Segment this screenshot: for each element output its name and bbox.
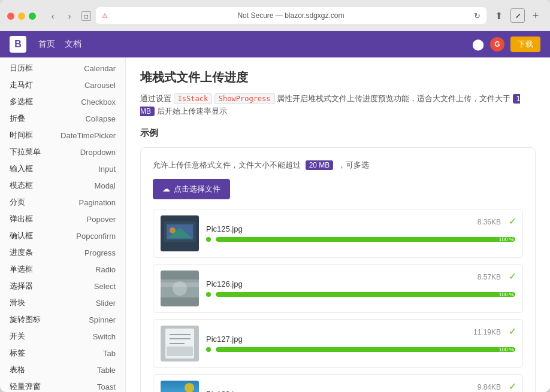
file-size: 11.19KB xyxy=(473,328,501,336)
sidebar-item-select[interactable]: 选择器 Select xyxy=(0,278,125,294)
share-button[interactable]: ⬆ xyxy=(490,7,507,24)
section-title: 示例 xyxy=(140,127,536,139)
sidebar-item-tab[interactable]: 标签 Tab xyxy=(0,345,125,361)
sidebar-item-pagination[interactable]: 分页 Pagination xyxy=(0,194,125,211)
app-body: 日历框 Calendar 走马灯 Carousel 多选框 Checkbox 折… xyxy=(0,57,550,392)
sidebar-item-input[interactable]: 输入框 Input xyxy=(0,160,125,177)
file-size: 8.36KB xyxy=(478,218,501,226)
minimize-button[interactable] xyxy=(18,13,25,20)
close-button[interactable] xyxy=(7,13,14,20)
forward-button[interactable]: › xyxy=(62,9,77,23)
fullscreen-button[interactable]: ⤢ xyxy=(510,8,525,23)
browser-chrome: ‹ › □ ⚠ Not Secure — blazor.sdgxgz.com ↻… xyxy=(0,0,550,31)
progress-dot xyxy=(206,347,211,352)
progress-label: 100 % xyxy=(498,292,514,297)
file-thumbnail xyxy=(161,326,199,361)
sidebar-item-spinner[interactable]: 旋转图标 Spinner xyxy=(0,311,125,328)
check-icon: ✓ xyxy=(509,381,516,392)
sidebar-item-toast[interactable]: 轻量弹窗 Toast xyxy=(0,378,125,392)
refresh-icon: ↻ xyxy=(474,11,481,20)
sidebar-item-datetimepicker[interactable]: 时间框 DateTimePicker xyxy=(0,127,125,144)
download-button[interactable]: 下载 xyxy=(510,37,540,52)
file-name: Pic128.jpg xyxy=(206,390,515,392)
app-layout: B 首页 文档 ⬤ G 下载 日历框 Calendar 走马灯 xyxy=(0,31,550,392)
check-icon: ✓ xyxy=(509,326,516,337)
demo-hint: 允许上传任意格式文件，文件大小不能超过 20 MB ，可多选 xyxy=(153,160,523,171)
sidebar-item-popover[interactable]: 弹出框 Popover xyxy=(0,211,125,227)
description: 通过设置 IsStack ShowProgress 属性开启堆栈式文件上传进度预… xyxy=(140,93,536,118)
progress-bar-bg: 100 % xyxy=(216,237,515,242)
file-item: Pic128.jpg 100 % 9.84KB xyxy=(153,374,523,392)
file-thumbnail xyxy=(161,271,199,306)
file-progress-row: 100 % xyxy=(206,237,515,242)
github-icon[interactable]: ⬤ xyxy=(472,38,484,51)
sidebar-item-slider[interactable]: 滑块 Slider xyxy=(0,294,125,311)
file-name: Pic126.jpg xyxy=(206,279,515,288)
nav-home[interactable]: 首页 xyxy=(38,39,55,50)
traffic-lights xyxy=(7,13,36,20)
progress-bar-fill: 100 % xyxy=(216,347,515,352)
progress-bar-fill: 100 % xyxy=(216,237,515,242)
file-thumbnail xyxy=(161,215,199,251)
sidebar-item-dropdown[interactable]: 下拉菜单 Dropdown xyxy=(0,144,125,160)
svg-point-8 xyxy=(173,281,187,296)
progress-label: 100 % xyxy=(498,237,514,242)
app-header: B 首页 文档 ⬤ G 下载 xyxy=(0,31,550,57)
file-info: Pic127.jpg 100 % xyxy=(206,335,515,352)
file-name: Pic125.jpg xyxy=(206,224,515,233)
file-info: Pic125.jpg 100 % xyxy=(206,224,515,242)
upload-icon: ☁ xyxy=(162,184,170,193)
lock-icon: ⚠ xyxy=(102,12,108,20)
svg-rect-14 xyxy=(167,347,193,356)
svg-point-18 xyxy=(185,383,194,392)
size-limit-badge: 20 MB xyxy=(306,160,334,170)
sidebar-item-progress[interactable]: 进度条 Progress xyxy=(0,244,125,261)
file-size: 9.84KB xyxy=(478,383,501,391)
header-icons: ⬤ G 下载 xyxy=(472,37,540,52)
file-item: Pic126.jpg 100 % 8.57KB xyxy=(153,264,523,313)
tab-icon: □ xyxy=(81,11,91,21)
sidebar-item-modal[interactable]: 模态框 Modal xyxy=(0,177,125,194)
demo-area: 允许上传任意格式文件，文件大小不能超过 20 MB ，可多选 ☁ 点击选择文件 xyxy=(140,147,536,392)
progress-bar-bg: 100 % xyxy=(216,292,515,297)
browser-window: ‹ › □ ⚠ Not Secure — blazor.sdgxgz.com ↻… xyxy=(0,0,550,392)
show-progress-tag: ShowProgress xyxy=(214,93,275,104)
sidebar-item-table[interactable]: 表格 Table xyxy=(0,361,125,378)
gitee-icon[interactable]: G xyxy=(490,37,504,51)
nav-docs[interactable]: 文档 xyxy=(65,39,81,50)
new-tab-button[interactable]: + xyxy=(528,8,543,23)
header-nav: 首页 文档 xyxy=(38,39,81,50)
progress-bar-fill: 100 % xyxy=(216,292,515,297)
back-button[interactable]: ‹ xyxy=(46,9,60,23)
progress-label: 100 % xyxy=(498,347,514,352)
file-info: Pic128.jpg 100 % xyxy=(206,390,515,392)
brand-logo: B xyxy=(10,36,26,53)
file-info: Pic126.jpg 100 % xyxy=(206,279,515,297)
nav-buttons: ‹ › xyxy=(46,9,77,23)
progress-dot xyxy=(206,237,211,242)
sidebar-item-radio[interactable]: 单选框 Radio xyxy=(0,261,125,278)
sidebar-item-popconfirm[interactable]: 确认框 Popconfirm xyxy=(0,227,125,244)
address-text: Not Secure — blazor.sdgxgz.com xyxy=(111,11,470,20)
sidebar-item-collapse[interactable]: 折叠 Collapse xyxy=(0,110,125,127)
maximize-button[interactable] xyxy=(29,13,36,20)
is-stack-tag: IsStack xyxy=(174,93,213,104)
file-item: Pic125.jpg 100 % 8.36KB xyxy=(153,209,523,258)
sidebar-item-carousel[interactable]: 走马灯 Carousel xyxy=(0,77,125,93)
page-title: 堆栈式文件上传进度 xyxy=(140,69,536,86)
check-icon: ✓ xyxy=(509,215,516,227)
file-name: Pic127.jpg xyxy=(206,335,515,344)
sidebar: 日历框 Calendar 走马灯 Carousel 多选框 Checkbox 折… xyxy=(0,57,126,392)
select-file-button[interactable]: ☁ 点击选择文件 xyxy=(153,179,230,199)
main-content: 堆栈式文件上传进度 通过设置 IsStack ShowProgress 属性开启… xyxy=(126,57,550,392)
check-icon: ✓ xyxy=(509,271,516,282)
address-bar[interactable]: ⚠ Not Secure — blazor.sdgxgz.com ↻ xyxy=(96,7,486,24)
file-progress-row: 100 % xyxy=(206,347,515,352)
file-progress-row: 100 % xyxy=(206,292,515,297)
sidebar-item-calendar[interactable]: 日历框 Calendar xyxy=(0,60,125,77)
file-size: 8.57KB xyxy=(478,273,501,281)
progress-bar-bg: 100 % xyxy=(216,347,515,352)
sidebar-item-checkbox[interactable]: 多选框 Checkbox xyxy=(0,93,125,110)
sidebar-item-switch[interactable]: 开关 Switch xyxy=(0,328,125,345)
file-thumbnail xyxy=(161,381,199,392)
